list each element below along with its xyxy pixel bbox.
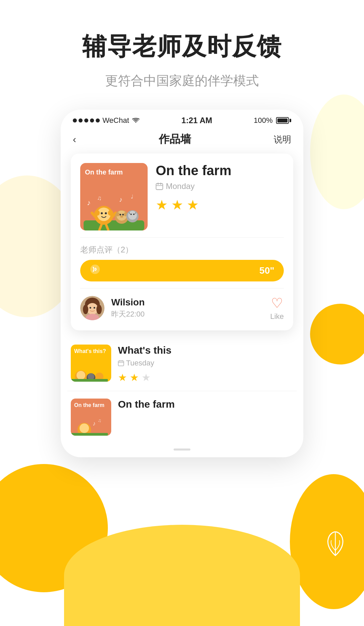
svg-point-36 [83, 305, 88, 314]
svg-rect-47 [118, 361, 124, 366]
phone-mockup: WeChat 1:21 AM 100% ‹ 作品墙 [61, 110, 303, 457]
book-thumb-on-the-farm: On the farm ♪ ♫ [71, 399, 111, 436]
audio-play-icon [90, 264, 100, 277]
svg-point-39 [94, 307, 95, 309]
bg-decoration-right-mid [310, 304, 364, 364]
header: 辅导老师及时反馈 更符合中国家庭的伴学模式 [0, 0, 364, 89]
status-right: 100% [254, 116, 291, 125]
carrier-name: WeChat [102, 116, 129, 125]
svg-point-5 [101, 212, 103, 214]
svg-point-38 [90, 307, 91, 309]
card-date: Monday [156, 182, 284, 191]
svg-rect-28 [156, 184, 163, 190]
bg-decoration-bottom-center [64, 525, 300, 626]
book-cover-large: On the farm [80, 163, 148, 230]
svg-point-17 [120, 216, 123, 218]
like-section[interactable]: ♡ Like [270, 295, 284, 321]
list-day-1: Tuesday [126, 359, 154, 368]
user-info: Wilsion 昨天22:00 [111, 297, 145, 319]
svg-text:♪: ♪ [93, 420, 96, 427]
svg-text:♫: ♫ [97, 195, 102, 201]
svg-point-42 [77, 371, 85, 380]
battery-percent: 100% [254, 116, 273, 125]
user-left: Wilsion 昨天22:00 [80, 296, 145, 320]
thumb-title-2: On the farm [74, 402, 104, 409]
status-time: 1:21 AM [181, 116, 212, 125]
svg-point-35 [87, 303, 98, 315]
featured-card: On the farm [71, 154, 293, 330]
status-bar: WeChat 1:21 AM 100% [61, 110, 303, 129]
list-item-2[interactable]: On the farm ♪ ♫ On the farm [67, 391, 297, 443]
battery-icon [276, 117, 291, 124]
cover-title-large: On the farm [85, 168, 123, 176]
wifi-icon [132, 117, 140, 124]
thumb-title-1: What's this? [74, 348, 106, 355]
list-item-info-2: On the farm [118, 399, 293, 413]
user-time: 昨天22:00 [111, 309, 145, 319]
svg-point-22 [130, 214, 132, 215]
svg-point-32 [90, 265, 100, 274]
nav-action-button[interactable]: 说明 [274, 134, 291, 145]
bg-decoration-right-top [310, 94, 364, 209]
svg-text:♩: ♩ [131, 194, 133, 199]
like-heart-icon: ♡ [271, 295, 283, 311]
status-left: WeChat [73, 116, 140, 125]
calendar-icon [156, 183, 163, 190]
leaf-icon [325, 530, 345, 559]
user-comment: Wilsion 昨天22:00 ♡ Like [71, 289, 293, 330]
main-title: 辅导老师及时反馈 [0, 30, 364, 63]
svg-point-16 [122, 214, 124, 216]
card-content: On the farm [71, 154, 293, 237]
user-name: Wilsion [111, 297, 145, 308]
list-item-title-2: On the farm [118, 399, 293, 410]
svg-rect-46 [71, 379, 108, 382]
audio-bar[interactable]: 50" [80, 260, 284, 281]
sub-title: 更符合中国家庭的伴学模式 [0, 72, 364, 89]
list-item[interactable]: What's this? What's this [67, 337, 297, 391]
card-day: Monday [166, 182, 194, 191]
list-item-date-1: Tuesday [118, 359, 293, 368]
back-button[interactable]: ‹ [73, 134, 76, 145]
list-item-info-1: What's this Tuesday ★ ★ ★ [118, 345, 293, 383]
book-thumb-whats-this: What's this? [71, 345, 111, 382]
svg-point-23 [133, 214, 134, 215]
list-items: What's this? What's this [61, 330, 303, 443]
user-avatar [80, 296, 104, 320]
svg-rect-53 [71, 433, 108, 436]
svg-text:♪: ♪ [87, 198, 91, 207]
card-info: On the farm Monday ★ ★ ★ [156, 163, 284, 213]
audio-duration: 50" [260, 265, 274, 276]
card-book-title: On the farm [156, 163, 284, 178]
svg-rect-2 [84, 220, 144, 230]
list-item-stars-1: ★ ★ ★ [118, 372, 293, 383]
farm-illustration: ♪ ♫ ♪ ♩ [80, 187, 148, 230]
svg-point-15 [120, 214, 121, 216]
scroll-dot [174, 448, 190, 451]
svg-point-52 [80, 424, 89, 433]
nav-bar: ‹ 作品墙 说明 [61, 129, 303, 154]
svg-text:♪: ♪ [119, 196, 122, 203]
star-2: ★ [171, 197, 183, 213]
teacher-section: 老师点评（2） 50" [71, 238, 293, 288]
star-3: ★ [187, 197, 199, 213]
svg-point-37 [96, 305, 102, 314]
like-label: Like [270, 312, 284, 321]
scroll-indicator [61, 443, 303, 457]
signal-dots [73, 118, 100, 123]
star-1: ★ [156, 197, 168, 213]
card-stars: ★ ★ ★ [156, 197, 284, 213]
svg-point-6 [105, 212, 107, 214]
svg-point-18 [116, 212, 120, 216]
svg-text:♫: ♫ [98, 418, 101, 423]
teacher-label: 老师点评（2） [80, 244, 284, 255]
phones-container: WeChat 1:21 AM 100% ‹ 作品墙 [54, 110, 310, 488]
list-item-title-1: What's this [118, 345, 293, 356]
nav-title: 作品墙 [159, 132, 191, 147]
